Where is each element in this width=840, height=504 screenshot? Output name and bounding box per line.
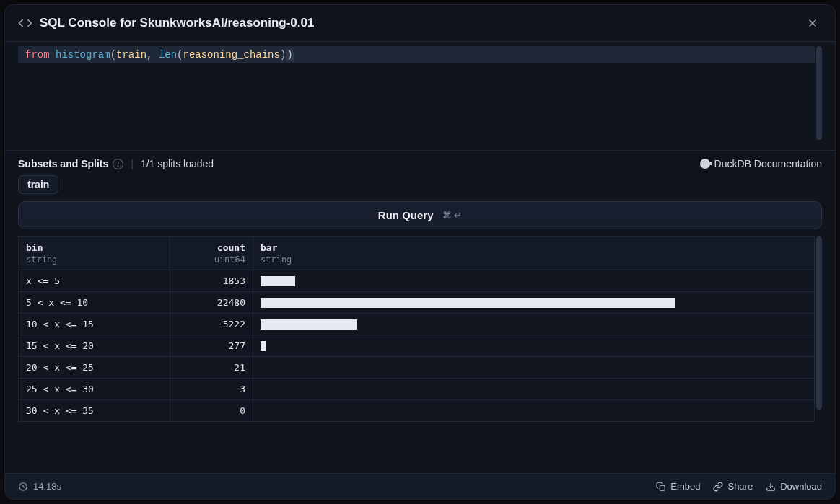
cell-count: 21 (170, 357, 253, 379)
cell-bin: 5 < x <= 10 (19, 292, 170, 314)
cell-bin: 30 < x <= 35 (19, 400, 170, 422)
sql-console-modal: SQL Console for SkunkworksAI/reasoning-0… (4, 4, 836, 500)
shortcut-hint: ⌘ ↵ (442, 210, 463, 221)
cell-bar (253, 292, 815, 314)
cell-bar (253, 357, 815, 379)
cell-bar (253, 400, 815, 422)
bar-fill (261, 319, 357, 330)
cell-bar (253, 379, 815, 400)
svg-rect-3 (660, 485, 665, 490)
cell-bin: 10 < x <= 15 (19, 314, 170, 335)
code-line: from histogram(train, len(reasoning_chai… (18, 46, 815, 63)
download-button[interactable]: Download (766, 481, 822, 492)
cell-bin: 15 < x <= 20 (19, 335, 170, 357)
chip-train[interactable]: train (18, 175, 58, 194)
cell-count: 3 (170, 379, 253, 400)
embed-button[interactable]: Embed (656, 481, 700, 492)
cell-bar (253, 335, 815, 357)
code-icon (18, 16, 32, 30)
table-row: x <= 51853 (19, 270, 815, 292)
cell-bar (253, 314, 815, 335)
results-table: bin string count uint64 bar string x <= … (18, 236, 815, 422)
splits-loaded-text: 1/1 splits loaded (141, 158, 214, 169)
cell-count: 22480 (170, 292, 253, 314)
col-header-bar[interactable]: bar string (253, 237, 815, 270)
sql-editor[interactable]: from histogram(train, len(reasoning_chai… (5, 42, 835, 150)
col-header-bin[interactable]: bin string (19, 237, 170, 270)
table-row: 5 < x <= 1022480 (19, 292, 815, 314)
share-button[interactable]: Share (713, 481, 753, 492)
cell-bin: 20 < x <= 25 (19, 357, 170, 379)
download-icon (766, 482, 776, 492)
results-table-wrapper: bin string count uint64 bar string x <= … (5, 236, 835, 473)
table-row: 30 < x <= 350 (19, 400, 815, 422)
separator: | (131, 158, 134, 169)
cell-bin: x <= 5 (19, 270, 170, 292)
bar-fill (261, 341, 266, 351)
subsets-row: Subsets and Splits i | 1/1 splits loaded… (5, 151, 835, 175)
modal-header: SQL Console for SkunkworksAI/reasoning-0… (5, 5, 835, 42)
bar-fill (261, 276, 295, 286)
cell-bar (253, 270, 815, 292)
link-icon (713, 482, 723, 492)
table-row: 10 < x <= 155222 (19, 314, 815, 335)
editor-scrollbar[interactable] (816, 46, 822, 140)
cell-count: 277 (170, 335, 253, 357)
cell-count: 1853 (170, 270, 253, 292)
clock-icon (18, 482, 28, 492)
table-row: 15 < x <= 20277 (19, 335, 815, 357)
table-scrollbar[interactable] (816, 236, 822, 410)
copy-icon (656, 482, 666, 492)
subsets-label: Subsets and Splits i (18, 158, 123, 169)
split-chips: train (5, 175, 835, 201)
cell-bin: 25 < x <= 30 (19, 379, 170, 400)
table-header-row: bin string count uint64 bar string (19, 237, 815, 270)
footer: 14.18s Embed Share Download (5, 473, 835, 499)
bar-fill (261, 298, 675, 308)
cell-count: 0 (170, 400, 253, 422)
run-query-button[interactable]: Run Query ⌘ ↵ (18, 201, 822, 229)
table-row: 20 < x <= 2521 (19, 357, 815, 379)
duckdb-icon (700, 159, 710, 169)
col-header-count[interactable]: count uint64 (170, 237, 253, 270)
query-timing: 14.18s (18, 481, 61, 492)
modal-title: SQL Console for SkunkworksAI/reasoning-0… (40, 16, 796, 30)
duckdb-docs-link[interactable]: DuckDB Documentation (700, 158, 822, 169)
table-row: 25 < x <= 303 (19, 379, 815, 400)
info-icon[interactable]: i (113, 159, 123, 169)
cell-count: 5222 (170, 314, 253, 335)
close-button[interactable] (803, 14, 822, 32)
